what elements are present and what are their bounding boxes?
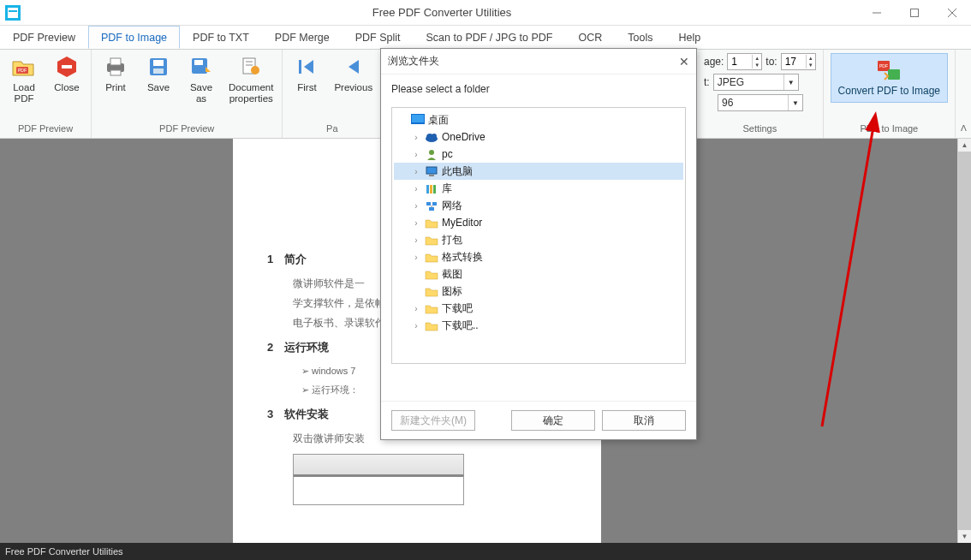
svg-rect-16 xyxy=(153,69,164,74)
svg-rect-4 xyxy=(911,9,919,16)
expand-icon[interactable]: › xyxy=(411,133,421,142)
convert-pdf-to-image-button[interactable]: PDF Convert PDF to Image xyxy=(831,53,948,103)
close-window-button[interactable] xyxy=(933,0,971,26)
tab-pdf-split[interactable]: PDF Split xyxy=(343,26,414,49)
expand-icon[interactable]: › xyxy=(411,218,421,228)
tab-tools[interactable]: Tools xyxy=(615,26,665,49)
doc-props-label: Document properties xyxy=(229,82,273,104)
svg-rect-2 xyxy=(9,10,17,12)
expand-icon[interactable]: › xyxy=(411,150,421,159)
folder-open-icon: PDF xyxy=(11,54,37,80)
cancel-button[interactable]: 取消 xyxy=(602,410,686,431)
close-doc-button[interactable]: Close xyxy=(48,51,86,96)
save-icon xyxy=(146,54,171,80)
dialog-title: 浏览文件夹 xyxy=(388,54,439,69)
ok-button[interactable]: 确定 xyxy=(511,410,595,431)
print-button[interactable]: Print xyxy=(97,51,134,96)
tree-item[interactable]: ›此电脑 xyxy=(394,163,683,180)
page-from-spinner[interactable]: ▲▼ xyxy=(727,53,762,70)
save-button[interactable]: Save xyxy=(140,51,177,96)
svg-marker-24 xyxy=(304,60,313,74)
menubar: PDF Preview PDF to Image PDF to TXT PDF … xyxy=(0,26,971,50)
document-properties-button[interactable]: Document properties xyxy=(225,51,277,107)
dpi-value: 96 xyxy=(722,97,733,109)
tree-item[interactable]: ›库 xyxy=(394,180,683,197)
tree-item[interactable]: ›下载吧 xyxy=(394,300,683,317)
expand-icon[interactable]: › xyxy=(411,253,421,262)
folder-icon xyxy=(425,217,438,229)
scroll-up-button[interactable]: ▲ xyxy=(958,139,971,152)
dialog-close-button[interactable]: ✕ xyxy=(679,55,689,69)
tree-item[interactable]: ›下载吧.. xyxy=(394,317,683,334)
library-icon xyxy=(425,182,438,194)
previous-icon xyxy=(341,54,366,80)
format-label: t: xyxy=(704,76,710,88)
previous-page-button[interactable]: Previous xyxy=(331,51,376,96)
print-label: Print xyxy=(105,82,126,93)
page-to-spinner[interactable]: ▲▼ xyxy=(781,53,816,70)
tree-item[interactable]: ›网络 xyxy=(394,197,683,214)
tab-help[interactable]: Help xyxy=(665,26,713,49)
tree-item[interactable]: ›MyEditor xyxy=(394,214,683,231)
scroll-down-button[interactable]: ▼ xyxy=(958,530,971,543)
tab-pdf-to-txt[interactable]: PDF to TXT xyxy=(180,26,262,49)
tree-item[interactable]: ›格式转换 xyxy=(394,248,683,265)
expand-icon[interactable]: › xyxy=(411,184,421,194)
folder-tree[interactable]: 桌面›OneDrive›pc›此电脑›库›网络›MyEditor›打包›格式转换… xyxy=(391,107,686,364)
tab-pdf-to-image[interactable]: PDF to Image xyxy=(88,26,180,49)
computer-icon xyxy=(425,165,438,177)
vertical-scrollbar[interactable]: ▲ ▼ xyxy=(957,139,971,543)
load-pdf-button[interactable]: PDF Load PDF xyxy=(5,51,43,107)
page-to-input[interactable] xyxy=(782,54,806,69)
dropdown-icon: ▼ xyxy=(783,74,798,90)
folder-icon xyxy=(425,302,438,314)
tree-item[interactable]: ›打包 xyxy=(394,231,683,248)
tab-scan-to-pdf[interactable]: Scan to PDF / JPG to PDF xyxy=(414,26,566,49)
first-page-button[interactable]: First xyxy=(288,51,325,96)
scrollbar-thumb[interactable] xyxy=(958,152,971,529)
svg-rect-39 xyxy=(433,185,436,194)
expand-icon[interactable]: › xyxy=(411,235,421,245)
maximize-button[interactable] xyxy=(896,0,933,26)
minimize-button[interactable] xyxy=(858,0,896,26)
expand-icon[interactable]: › xyxy=(411,167,421,176)
previous-label: Previous xyxy=(334,82,372,93)
tab-ocr[interactable]: OCR xyxy=(566,26,616,49)
tree-item-label: 桌面 xyxy=(428,113,449,128)
tree-item[interactable]: 截图 xyxy=(394,265,683,283)
svg-rect-42 xyxy=(429,207,434,211)
tree-item[interactable]: 图标 xyxy=(394,283,683,300)
app-icon xyxy=(0,0,26,26)
new-folder-button[interactable]: 新建文件夹(M) xyxy=(391,410,475,431)
embedded-screenshot xyxy=(293,454,464,505)
save-as-button[interactable]: Save as xyxy=(182,51,220,107)
group-label-preview: PDF Preview xyxy=(5,123,86,136)
tree-item[interactable]: ›pc xyxy=(394,146,683,163)
dialog-prompt: Please select a folder xyxy=(391,83,686,95)
settings-group: age: ▲▼ to: ▲▼ t: JPEG ▼ xyxy=(697,50,824,138)
tab-pdf-merge[interactable]: PDF Merge xyxy=(262,26,343,49)
ribbon-collapse-button[interactable]: ᐱ xyxy=(956,50,971,138)
svg-rect-1 xyxy=(8,8,18,18)
svg-point-34 xyxy=(429,150,434,155)
expand-icon[interactable]: › xyxy=(411,201,421,211)
tree-item-label: 格式转换 xyxy=(442,250,483,265)
svg-rect-35 xyxy=(426,167,437,174)
dpi-select[interactable]: 96 ▼ xyxy=(718,94,803,111)
expand-icon[interactable]: › xyxy=(411,321,421,331)
tree-item-label: OneDrive xyxy=(442,131,486,143)
save-as-label: Save as xyxy=(190,82,212,104)
tree-item[interactable]: ›OneDrive xyxy=(394,128,683,146)
first-icon xyxy=(294,54,319,80)
svg-rect-41 xyxy=(432,202,437,206)
tree-item-label: 网络 xyxy=(442,199,462,213)
tab-pdf-preview[interactable]: PDF Preview xyxy=(0,26,88,49)
page-from-input[interactable] xyxy=(728,54,752,69)
format-select[interactable]: JPEG ▼ xyxy=(713,74,799,91)
user-icon xyxy=(425,148,438,160)
svg-marker-25 xyxy=(348,60,359,74)
folder-icon xyxy=(425,285,438,297)
expand-icon[interactable]: › xyxy=(411,304,421,313)
tree-item[interactable]: 桌面 xyxy=(394,111,683,128)
document-properties-icon xyxy=(238,54,264,80)
